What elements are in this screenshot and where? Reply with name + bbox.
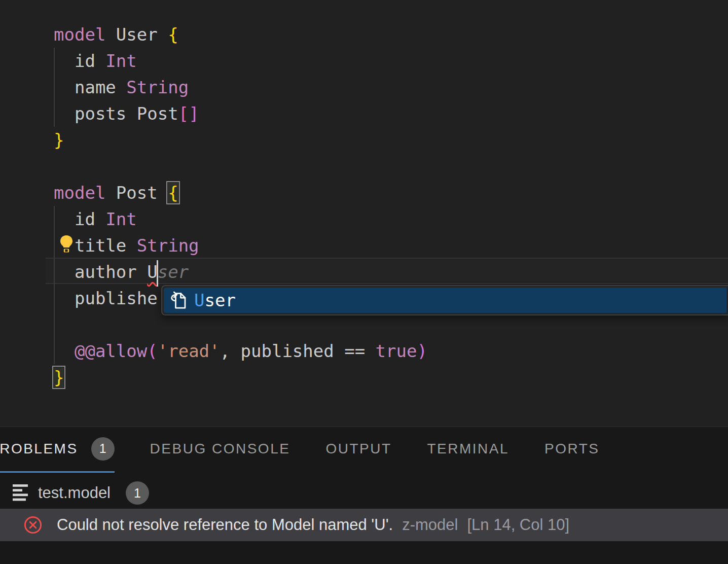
suggest-item-user[interactable]: User bbox=[164, 288, 726, 313]
tab-debug-console[interactable]: DEBUG CONSOLE bbox=[150, 427, 290, 473]
code-line[interactable]: title String bbox=[0, 232, 728, 259]
suggest-widget: User bbox=[161, 285, 728, 315]
file-problem-count-badge: 1 bbox=[126, 481, 149, 505]
problems-file-row[interactable]: test.model 1 bbox=[0, 478, 728, 508]
code-line[interactable]: @@allow('read', published == true) bbox=[0, 338, 728, 364]
code-line[interactable]: model Post { bbox=[0, 180, 728, 206]
code-line[interactable]: id Int bbox=[0, 206, 728, 232]
problems-count-badge: 1 bbox=[91, 437, 115, 461]
error-icon bbox=[23, 515, 43, 535]
problems-file-name: test.model bbox=[38, 484, 111, 502]
text-cursor bbox=[157, 260, 158, 287]
code-line[interactable]: posts Post[] bbox=[0, 100, 728, 127]
editor-pane[interactable]: model User { id Int name String posts Po… bbox=[0, 0, 728, 427]
tab-label: OUTPUT bbox=[325, 441, 391, 457]
tab-output[interactable]: OUTPUT bbox=[325, 427, 391, 473]
tab-terminal[interactable]: TERMINAL bbox=[427, 427, 509, 473]
tab-label: DEBUG CONSOLE bbox=[150, 441, 290, 457]
code-line[interactable]: name String bbox=[0, 74, 728, 100]
bottom-panel: PROBLEMS1DEBUG CONSOLEOUTPUTTERMINALPORT… bbox=[0, 427, 728, 564]
code-area[interactable]: model User { id Int name String posts Po… bbox=[0, 21, 728, 391]
file-icon bbox=[13, 483, 30, 503]
symbol-reference-icon bbox=[168, 290, 188, 310]
problem-message: Could not resolve reference to Model nam… bbox=[57, 516, 393, 534]
code-line[interactable]: model User { bbox=[0, 21, 728, 48]
code-line[interactable] bbox=[0, 153, 728, 180]
suggest-item-label: User bbox=[194, 290, 236, 310]
code-line[interactable]: } bbox=[0, 364, 728, 391]
code-line[interactable]: } bbox=[0, 127, 728, 153]
tab-problems[interactable]: PROBLEMS1 bbox=[0, 427, 115, 473]
code-line[interactable]: author User bbox=[0, 259, 728, 285]
panel-tab-bar: PROBLEMS1DEBUG CONSOLEOUTPUTTERMINALPORT… bbox=[0, 427, 600, 473]
tab-label: PORTS bbox=[544, 441, 599, 457]
code-line[interactable]: id Int bbox=[0, 48, 728, 74]
problem-row-error[interactable]: Could not resolve reference to Model nam… bbox=[0, 509, 728, 541]
problem-source: z-model bbox=[402, 516, 458, 534]
vscode-window: model User { id Int name String posts Po… bbox=[0, 0, 728, 564]
tab-label: TERMINAL bbox=[427, 441, 509, 457]
code-action-lightbulb-icon[interactable] bbox=[58, 234, 75, 254]
problem-location: [Ln 14, Col 10] bbox=[467, 516, 569, 534]
tab-ports[interactable]: PORTS bbox=[544, 427, 599, 473]
tab-label: PROBLEMS bbox=[0, 441, 78, 457]
